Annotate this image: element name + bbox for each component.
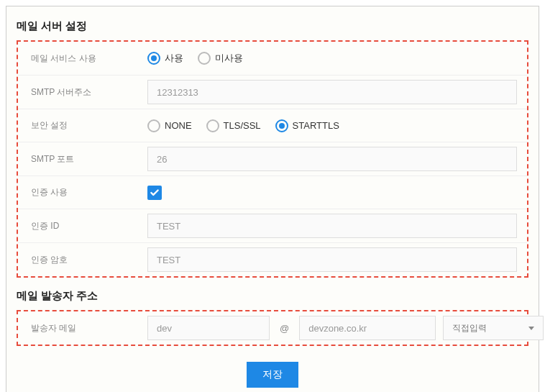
section-title-sender: 메일 발송자 주소 xyxy=(17,283,528,310)
value-auth-pw xyxy=(147,247,527,272)
value-smtp-port xyxy=(147,147,527,171)
chevron-down-icon xyxy=(528,327,534,330)
radio-use-label: 사용 xyxy=(165,52,183,65)
value-sender-mail: @ 직접입력 xyxy=(147,316,545,340)
radio-security-tls[interactable]: TLS/SSL xyxy=(206,119,261,132)
at-sign: @ xyxy=(277,323,292,334)
row-sender-mail: 발송자 메일 @ 직접입력 xyxy=(18,311,527,345)
section-title-mail-server: 메일 서버 설정 xyxy=(17,14,528,40)
radio-not-use[interactable]: 미사용 xyxy=(198,52,243,65)
settings-panel: 메일 서버 설정 메일 서비스 사용 사용 미사용 SMTP 서버주소 xyxy=(6,6,539,392)
label-auth-id: 인증 ID xyxy=(18,220,147,232)
label-smtp-address: SMTP 서버주소 xyxy=(18,86,147,99)
value-auth-id xyxy=(147,214,527,238)
label-auth-use: 인증 사용 xyxy=(18,186,147,199)
label-sender-mail: 발송자 메일 xyxy=(18,322,147,334)
label-auth-pw: 인증 암호 xyxy=(18,254,147,266)
radio-not-use-label: 미사용 xyxy=(215,52,243,65)
radio-security-starttls[interactable]: STARTTLS xyxy=(275,119,339,132)
value-smtp-address xyxy=(147,80,527,104)
value-security: NONE TLS/SSL STARTTLS xyxy=(147,119,527,132)
radio-icon xyxy=(206,119,219,132)
radio-icon xyxy=(275,119,288,132)
value-mail-service: 사용 미사용 xyxy=(147,52,527,65)
radio-icon xyxy=(147,52,160,65)
row-mail-service: 메일 서비스 사용 사용 미사용 xyxy=(18,42,527,75)
mail-server-settings-box: 메일 서비스 사용 사용 미사용 SMTP 서버주소 보안 설정 xyxy=(17,40,528,278)
row-auth-pw: 인증 암호 xyxy=(18,242,527,276)
sender-local-input[interactable] xyxy=(147,316,270,340)
auth-id-input[interactable] xyxy=(147,214,517,238)
row-smtp-port: SMTP 포트 xyxy=(18,142,527,176)
sender-domain-input[interactable] xyxy=(299,316,436,340)
radio-none-label: NONE xyxy=(165,120,192,131)
value-auth-use xyxy=(147,186,527,200)
checkmark-icon xyxy=(150,188,160,198)
smtp-port-input[interactable] xyxy=(147,147,517,171)
radio-starttls-label: STARTTLS xyxy=(293,120,339,131)
sender-address-box: 발송자 메일 @ 직접입력 xyxy=(17,310,528,346)
radio-use[interactable]: 사용 xyxy=(147,52,183,65)
button-row: 저장 xyxy=(17,352,528,388)
radio-icon xyxy=(147,119,160,132)
row-smtp-address: SMTP 서버주소 xyxy=(18,75,527,109)
radio-icon xyxy=(198,52,211,65)
label-security: 보안 설정 xyxy=(18,119,147,132)
auth-use-checkbox[interactable] xyxy=(147,186,162,200)
row-security: 보안 설정 NONE TLS/SSL STARTTLS xyxy=(18,109,527,142)
label-mail-service: 메일 서비스 사용 xyxy=(18,53,147,65)
row-auth-id: 인증 ID xyxy=(18,209,527,242)
domain-selector-label: 직접입력 xyxy=(452,322,487,334)
radio-security-none[interactable]: NONE xyxy=(147,119,192,132)
row-auth-use: 인증 사용 xyxy=(18,176,527,209)
label-smtp-port: SMTP 포트 xyxy=(18,153,147,165)
save-button[interactable]: 저장 xyxy=(247,362,298,388)
domain-selector-dropdown[interactable]: 직접입력 xyxy=(443,316,544,340)
auth-pw-input[interactable] xyxy=(147,247,517,272)
radio-tls-label: TLS/SSL xyxy=(224,120,261,131)
smtp-address-input[interactable] xyxy=(147,80,517,104)
